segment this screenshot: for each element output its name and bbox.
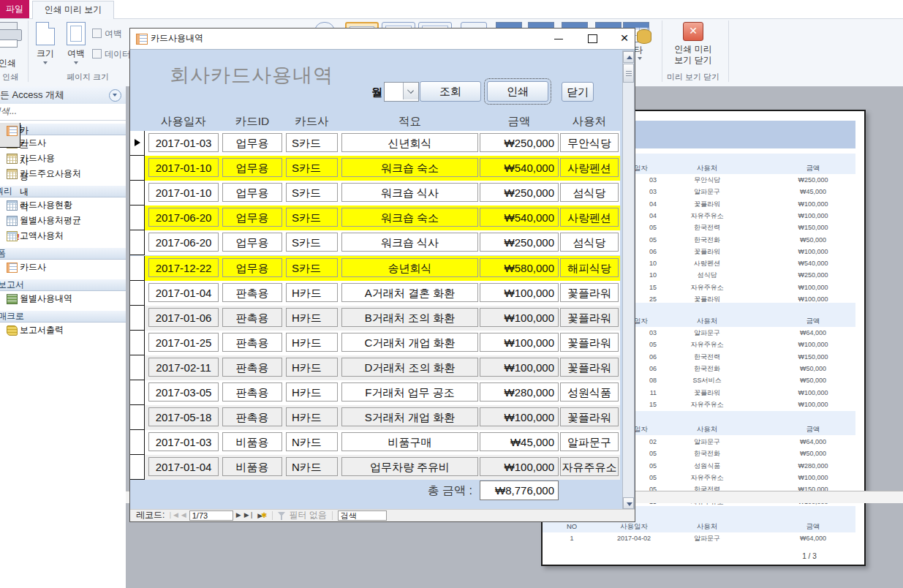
cell-card_id[interactable]: 업무용 (222, 208, 282, 227)
last-record-button[interactable]: ▶❘ (244, 510, 254, 520)
cell-card_id[interactable]: 업무용 (222, 158, 282, 177)
cell-memo[interactable]: 워크숍 식사 (341, 183, 478, 202)
close-form-button[interactable]: 닫기 (562, 82, 594, 102)
table-row[interactable]: 2017-01-04판촉용H카드A거래처 결혼 화환₩100,000꽃플라워 (130, 281, 620, 306)
table-row[interactable]: 2017-03-05판촉용H카드F거래처 업무 공조₩280,000성원식품 (130, 380, 620, 405)
cell-date[interactable]: 2017-01-06 (148, 308, 219, 327)
cell-date[interactable]: 2017-12-22 (148, 258, 219, 277)
cell-card[interactable]: S카드 (286, 158, 338, 177)
table-row[interactable]: 2017-01-10업무용S카드워크숍 숙소₩540,000사랑펜션 (130, 156, 620, 181)
cell-amount[interactable]: ₩250,000 (480, 233, 559, 252)
cell-card_id[interactable]: 판촉용 (222, 333, 282, 352)
cell-card[interactable]: H카드 (286, 358, 338, 377)
cell-memo[interactable]: 워크숍 식사 (341, 233, 478, 252)
cell-card[interactable]: H카드 (286, 283, 338, 302)
cell-card[interactable]: S카드 (286, 258, 338, 277)
record-selector[interactable] (130, 430, 145, 455)
cell-vendor[interactable]: 꽃플라워 (560, 358, 619, 377)
table-row[interactable]: 2017-12-22업무용S카드송년회식₩580,000해피식당 (130, 256, 620, 281)
margins-button[interactable]: 여백 (61, 20, 91, 69)
cell-memo[interactable]: B거래처 조의 화환 (341, 308, 478, 327)
prev-record-button[interactable]: ◀ (181, 510, 186, 520)
nav-section-header[interactable]: 쿼리 (0, 185, 126, 197)
cell-card[interactable]: N카드 (286, 432, 338, 451)
close-icon[interactable] (610, 29, 639, 48)
record-selector[interactable] (130, 331, 145, 355)
cell-amount[interactable]: ₩580,000 (480, 258, 559, 277)
cell-card[interactable]: S카드 (286, 133, 338, 152)
cell-card[interactable]: N카드 (286, 457, 338, 476)
nav-pane-header[interactable]: 모든 Access 개체 (0, 86, 126, 105)
sidebar-item-월별사용처평균[interactable]: 월별사용처평균 (0, 213, 126, 228)
cell-vendor[interactable]: 성원식품 (560, 382, 619, 402)
cell-amount[interactable]: ₩100,000 (480, 457, 559, 476)
cell-amount[interactable]: ₩540,000 (480, 208, 559, 227)
table-row[interactable]: 2017-01-06판촉용H카드B거래처 조의 화환₩100,000꽃플라워 (130, 306, 620, 331)
nav-search-input[interactable]: 검색... (0, 104, 126, 121)
cell-date[interactable]: 2017-01-04 (148, 283, 219, 302)
cell-amount[interactable]: ₩100,000 (480, 308, 559, 327)
cell-card_id[interactable]: 업무용 (222, 233, 282, 252)
sidebar-item-보고서출력[interactable]: 보고서출력 (0, 323, 126, 338)
tab-file[interactable]: 파일 (0, 0, 29, 18)
tab-print-preview[interactable]: 인쇄 미리 보기 (32, 1, 114, 19)
cell-date[interactable]: 2017-01-04 (148, 457, 219, 476)
cell-vendor[interactable]: 섬식당 (560, 183, 619, 202)
cell-card_id[interactable]: 판촉용 (222, 382, 282, 402)
dialog-title-bar[interactable]: 카드사용내역 (130, 29, 635, 50)
vertical-scrollbar[interactable] (622, 50, 635, 510)
record-selector[interactable] (130, 256, 145, 281)
cell-date[interactable]: 2017-01-10 (148, 183, 219, 202)
cell-card[interactable]: H카드 (286, 407, 338, 426)
record-selector[interactable] (130, 455, 145, 480)
cell-memo[interactable]: F거래처 업무 공조 (341, 382, 478, 402)
print-button[interactable]: 인쇄 (487, 81, 548, 102)
cell-amount[interactable]: ₩100,000 (480, 407, 559, 426)
nav-section-header[interactable]: 폼 (0, 247, 126, 260)
show-margins-checkbox[interactable]: 여백 (92, 28, 122, 40)
cell-amount[interactable]: ₩45,000 (480, 432, 559, 451)
cell-amount[interactable]: ₩250,000 (480, 183, 559, 202)
nav-section-header[interactable]: 보고서 (0, 279, 126, 291)
cell-vendor[interactable]: 알파문구 (560, 432, 619, 451)
cell-card_id[interactable]: 판촉용 (222, 308, 282, 327)
cell-card[interactable]: S카드 (286, 208, 338, 227)
cell-vendor[interactable]: 꽃플라워 (560, 283, 619, 302)
cell-vendor[interactable]: 무안식당 (560, 133, 619, 152)
minimize-icon[interactable] (544, 29, 573, 48)
cell-amount[interactable]: ₩250,000 (480, 133, 559, 152)
cell-vendor[interactable]: 자유주유소 (560, 457, 619, 476)
table-row[interactable]: 2017-06-20업무용S카드워크숍 식사₩250,000섬식당 (130, 230, 620, 255)
cell-amount[interactable]: ₩100,000 (480, 358, 559, 377)
first-record-button[interactable]: ❘◀ (167, 510, 178, 520)
record-search-input[interactable]: 검색 (338, 510, 387, 521)
cell-memo[interactable]: 신년회식 (341, 133, 478, 152)
cell-card[interactable]: H카드 (286, 333, 338, 352)
record-selector[interactable] (130, 156, 145, 181)
cell-memo[interactable]: C거래처 개업 화환 (341, 333, 478, 352)
cell-vendor[interactable]: 꽃플라워 (560, 308, 619, 327)
cell-vendor[interactable]: 꽃플라워 (560, 333, 619, 352)
cell-memo[interactable]: A거래처 결혼 화환 (341, 283, 478, 302)
cell-memo[interactable]: 업무차량 주유비 (341, 457, 478, 476)
scrollbar-thumb[interactable] (623, 64, 634, 83)
maximize-icon[interactable] (578, 29, 607, 48)
record-selector[interactable] (130, 380, 145, 405)
cell-card_id[interactable]: 업무용 (222, 258, 282, 277)
record-selector[interactable] (130, 131, 145, 156)
month-combobox[interactable] (384, 82, 419, 102)
cell-date[interactable]: 2017-05-18 (148, 407, 219, 426)
sidebar-item-월별사용내역[interactable]: 월별사용내역 (0, 291, 126, 306)
scroll-up-icon[interactable] (623, 51, 634, 63)
sidebar-item-카드사용내역[interactable]: 카드사용내역 (0, 123, 20, 148)
cell-amount[interactable]: ₩540,000 (480, 158, 559, 177)
record-selector[interactable] (130, 230, 145, 255)
cell-amount[interactable]: ₩100,000 (480, 333, 559, 352)
table-row[interactable]: 2017-02-11판촉용H카드D거래처 조의 화환₩100,000꽃플라워 (130, 355, 620, 380)
table-row[interactable]: 2017-05-18판촉용H카드S거래처 개업 화환₩100,000꽃플라워 (130, 405, 620, 430)
new-record-button[interactable]: ▶✱ (257, 510, 267, 521)
sidebar-item-카드사[interactable]: 카드사 (0, 260, 126, 275)
nav-section-header[interactable]: 매크로 (0, 310, 126, 323)
cell-date[interactable]: 2017-02-11 (148, 358, 219, 377)
sidebar-item-카드주요사용처[interactable]: 카드주요사용처 (0, 166, 126, 181)
